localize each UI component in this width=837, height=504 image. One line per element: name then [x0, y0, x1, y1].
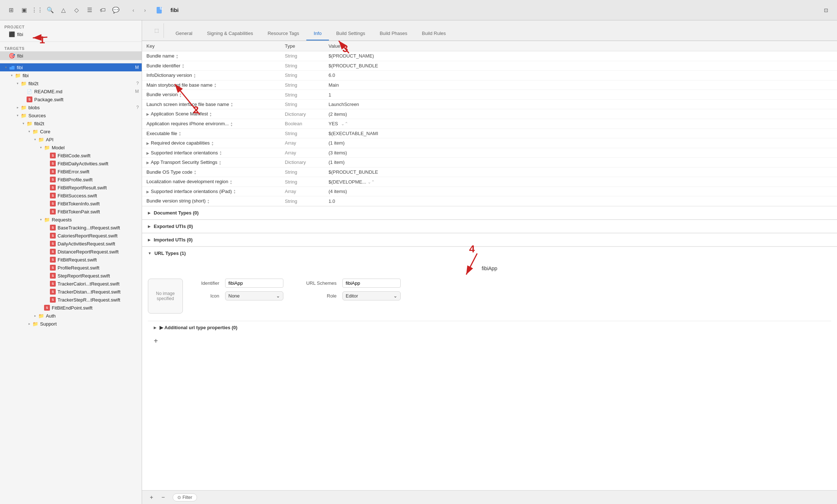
remove-button[interactable]: − [158, 493, 168, 501]
info-content: Key Type Value Bundle name▲▼String$(PROD… [142, 41, 837, 490]
folder-icon-requests: 📁 [44, 216, 50, 223]
section-additional-url-props[interactable]: ▶ ▶ Additional url type properties (0) [148, 321, 831, 334]
tree-item-fitbittokenpair[interactable]: S FitBitTokenPair.swift [0, 208, 142, 216]
tree-item-fibi2t[interactable]: ▾ 📁 fibi2t ? [0, 79, 142, 87]
warning-icon[interactable]: △ [58, 5, 68, 15]
tree-item-caloriesreport[interactable]: S CaloriesReportRequest.swift [0, 232, 142, 240]
project-item[interactable]: ⬛ fibi [0, 30, 142, 39]
section-document-types[interactable]: ▶ Document Types (0) [142, 206, 837, 219]
tree-label-fitbitdaily: FitBitDailyActivities.swift [58, 161, 142, 166]
tree-arrow: ▾ [26, 129, 32, 134]
bottom-bar: + − ⊙ Filter [142, 490, 837, 504]
tab-resource-tags[interactable]: Resource Tags [260, 27, 306, 40]
swift-icon-2: S [50, 160, 56, 167]
no-image-box: No image specified [148, 279, 183, 314]
section-exported-utis[interactable]: ▶ Exported UTIs (0) [142, 220, 837, 233]
filter-button[interactable]: ⊙ Filter [173, 493, 197, 501]
folder-yellow-icon: 📁 [20, 80, 27, 87]
hierarchy-icon[interactable]: ⋮⋮ [32, 5, 42, 15]
tree-item-readme[interactable]: 📄 README.md M [0, 87, 142, 95]
table-cell-type: String [280, 71, 324, 80]
forward-button[interactable]: › [140, 5, 150, 15]
swift-icon-15: S [50, 272, 56, 279]
url-item-title: fibiApp [148, 265, 831, 271]
tree-item-core[interactable]: ▾ 📁 Core [0, 127, 142, 135]
tree-item-blobs[interactable]: ▾ 📁 blobs ? [0, 103, 142, 111]
diamond-icon[interactable]: ◇ [71, 5, 82, 15]
tree-item-trackerstepr[interactable]: S TrackerStepR...tRequest.swift [0, 296, 142, 304]
tree-arrow: ▾ [15, 80, 20, 86]
tree-item-trackerdistan[interactable]: S TrackerDistan...tRequest.swift [0, 288, 142, 296]
sidebar-toggle-button[interactable]: ⬚ [149, 23, 164, 38]
tree-item-fitbitdaily[interactable]: S FitBitDailyActivities.swift [0, 160, 142, 168]
tree-badge-fibi-root: M [135, 65, 142, 70]
tree-item-dailyactivities[interactable]: S DailyActivitiesRequest.swift [0, 240, 142, 248]
filter-icon: ⊙ [177, 495, 181, 500]
split-view-button[interactable]: ⊡ [821, 5, 831, 15]
tree-item-fibi-group[interactable]: ▾ 📁 fibi [0, 71, 142, 79]
table-cell-value: 1.0 [324, 196, 837, 206]
tree-item-sources[interactable]: ▾ 📁 Sources [0, 111, 142, 119]
tree-item-package[interactable]: S Package.swift [0, 95, 142, 103]
svg-rect-2 [9, 66, 12, 67]
tree-item-fitbittoken[interactable]: S FitBitTokenInfo.swift [0, 200, 142, 208]
tree-item-profilerequest[interactable]: S ProfileRequest.swift [0, 264, 142, 272]
table-cell-value: (3 items) [324, 148, 837, 158]
section-title-exported-utis: Exported UTIs (0) [154, 224, 193, 229]
chat-icon[interactable]: 💬 [111, 5, 121, 15]
tree-item-fibi2t-src[interactable]: ▾ 📁 fibi2t [0, 119, 142, 127]
tree-arrow: ▾ [32, 313, 38, 319]
add-button[interactable]: + [146, 493, 157, 501]
table-cell-type: Array [280, 148, 324, 158]
tree-item-fitbitendpoint[interactable]: S FitBitEndPoint.swift [0, 304, 142, 312]
tree-item-distancereport[interactable]: S DistanceReportRequest.swift [0, 248, 142, 256]
list-icon[interactable]: ☰ [85, 5, 95, 15]
tree-item-fitbitrequest[interactable]: S FitBitRequest.swift [0, 256, 142, 264]
tree-item-requests[interactable]: ▾ 📁 Requests [0, 216, 142, 224]
url-item-row: No image specified Identifier URL Scheme… [148, 274, 831, 318]
tree-item-basetracking[interactable]: S BaseTracking...tRequest.swift [0, 224, 142, 232]
title-nav: ‹ › [128, 5, 150, 15]
tree-item-fitbitcode[interactable]: S FitBitCode.swift [0, 151, 142, 160]
tree-item-fitbitsuccess[interactable]: S FitBitSuccess.swift [0, 192, 142, 200]
tree-item-fitbiterror[interactable]: S FitBitError.swift [0, 168, 142, 176]
tree-item-fitbitprofile[interactable]: S FitBitProfile.swift [0, 176, 142, 184]
target-item-fibi[interactable]: 🎯 fibi [0, 51, 142, 60]
tree-item-support[interactable]: ▾ 📁 Support [0, 320, 142, 328]
tree-label-package: Package.swift [34, 97, 142, 102]
tab-general[interactable]: General [168, 27, 200, 40]
tab-signing[interactable]: Signing & Capabilities [200, 27, 260, 40]
tree-item-model[interactable]: ▾ 📁 Model [0, 143, 142, 151]
targets-section: TARGETS 🎯 fibi [0, 42, 142, 63]
box-icon[interactable]: ▣ [19, 5, 29, 15]
icon-select[interactable]: None ⌄ [225, 291, 283, 300]
section-url-types[interactable]: ▼ URL Types (1) [142, 247, 837, 260]
table-cell-type: String [280, 177, 324, 187]
grid-icon[interactable]: ⊞ [6, 5, 16, 15]
tree-item-fibi-root[interactable]: ▾ fibi M [0, 63, 142, 71]
role-select[interactable]: Editor ⌄ [342, 291, 401, 300]
section-toggle-icon-4: ▼ [148, 251, 152, 255]
add-url-type-button[interactable]: + [154, 337, 158, 345]
col-header-type: Type [280, 41, 324, 51]
tag-icon[interactable]: 🏷 [98, 5, 108, 15]
table-cell-type: String [280, 196, 324, 206]
tree-label-fitbittoken: FitBitTokenInfo.swift [58, 201, 142, 206]
back-button[interactable]: ‹ [128, 5, 138, 15]
tab-build-rules[interactable]: Build Rules [414, 27, 453, 40]
tab-build-phases[interactable]: Build Phases [372, 27, 414, 40]
tree-item-stepreport[interactable]: S StepReportRequest.swift [0, 272, 142, 280]
url-schemes-input[interactable] [342, 279, 401, 288]
dropdown-arrow-role: ⌄ [393, 293, 397, 299]
tree-item-api[interactable]: ▾ 📁 API [0, 135, 142, 143]
tree-item-trackercalori[interactable]: S TrackerCalori...tRequest.swift [0, 280, 142, 288]
section-imported-utis[interactable]: ▶ Imported UTIs (0) [142, 233, 837, 246]
tree-item-auth[interactable]: ▾ 📁 Auth [0, 312, 142, 320]
tab-info[interactable]: Info [306, 27, 329, 40]
tree-item-fitbitreport[interactable]: S FitBitReportResult.swift [0, 184, 142, 192]
folder-icon-sources: 📁 [20, 112, 27, 119]
search-icon[interactable]: 🔍 [45, 5, 55, 15]
swift-icon-9: S [50, 224, 56, 231]
tab-build-settings[interactable]: Build Settings [329, 27, 373, 40]
identifier-input[interactable] [225, 279, 283, 288]
